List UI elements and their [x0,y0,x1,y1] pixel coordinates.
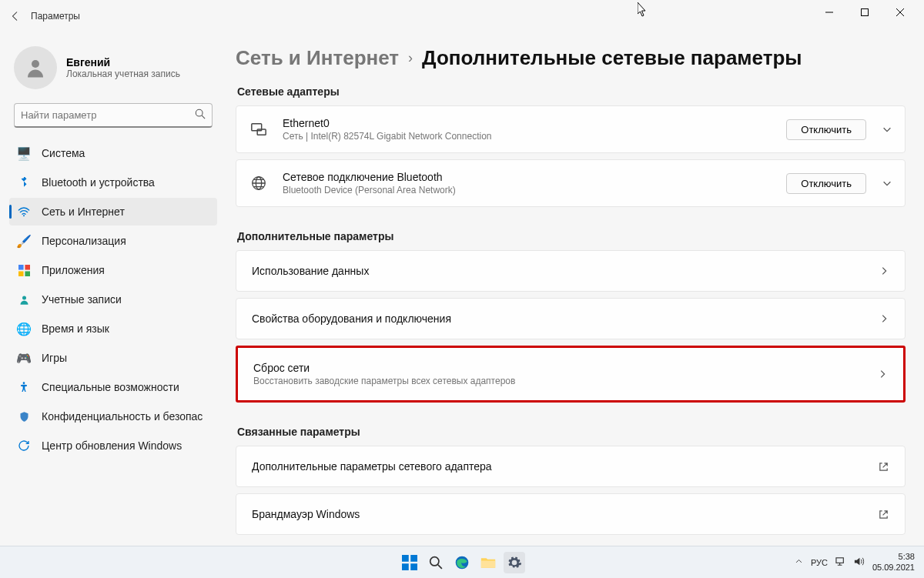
chevron-down-icon[interactable] [882,124,892,135]
link-network-reset[interactable]: Сброс сети Восстановить заводские параме… [236,346,906,403]
wifi-icon [17,205,31,219]
apps-icon [17,263,31,277]
sidebar-item-label: Учетные записи [42,293,122,306]
close-button[interactable] [882,0,918,25]
link-title: Брандмауэр Windows [252,508,862,520]
breadcrumb-parent[interactable]: Сеть и Интернет [236,46,399,70]
sidebar-item-network[interactable]: Сеть и Интернет [9,198,217,226]
chevron-down-icon[interactable] [882,178,892,189]
main-content: Сеть и Интернет › Дополнительные сетевые… [223,32,924,546]
breadcrumb: Сеть и Интернет › Дополнительные сетевые… [236,46,906,70]
sidebar-item-label: Сеть и Интернет [42,205,125,218]
adapter-title: Сетевое подключение Bluetooth [283,171,786,183]
svg-rect-21 [836,558,843,563]
maximize-button[interactable] [847,0,882,25]
section-adapters: Сетевые адаптеры [237,85,906,98]
tray-date: 05.09.2021 [872,563,915,573]
chevron-right-icon: › [408,50,413,66]
profile-sub: Локальная учетная запись [66,68,180,79]
person-icon [17,292,31,306]
start-button[interactable] [399,552,420,573]
shield-icon [17,409,31,423]
accessibility-icon [17,380,31,394]
sidebar-item-bluetooth[interactable]: Bluetooth и устройства [9,169,217,196]
tray-network-icon[interactable] [835,556,847,569]
search-icon [195,109,206,122]
bluetooth-icon [17,175,31,189]
external-link-icon [878,461,889,473]
svg-rect-17 [410,563,417,570]
link-title: Сброс сети [253,362,862,374]
tray-chevron-icon[interactable] [795,557,803,567]
titlebar: Параметры [0,0,924,32]
svg-point-9 [23,382,25,384]
sidebar-item-personalization[interactable]: 🖌️Персонализация [9,227,217,255]
taskbar: РУС 5:38 05.09.2021 [0,546,924,578]
svg-rect-4 [18,265,24,270]
profile-name: Евгений [66,56,180,68]
minimize-button[interactable] [812,0,847,25]
sidebar-item-label: Игры [42,352,67,364]
sidebar-item-system[interactable]: 🖥️Система [9,139,217,167]
taskbar-edge[interactable] [451,552,473,573]
sidebar-item-accounts[interactable]: Учетные записи [9,286,217,313]
link-hw-props[interactable]: Свойства оборудования и подключения [236,298,906,339]
chevron-right-icon [879,266,889,276]
ethernet-icon [249,119,269,139]
sidebar-item-accessibility[interactable]: Специальные возможности [9,373,217,401]
page-title: Дополнительные сетевые параметры [422,46,802,70]
sidebar-item-gaming[interactable]: 🎮Игры [9,344,217,372]
tray-volume-icon[interactable] [853,556,865,569]
sidebar-item-label: Система [42,147,85,159]
taskbar-search[interactable] [425,552,447,573]
sidebar-item-apps[interactable]: Приложения [9,256,217,284]
gamepad-icon: 🎮 [17,351,31,365]
avatar [14,46,57,89]
brush-icon: 🖌️ [17,234,31,248]
disable-button[interactable]: Отключить [786,173,866,194]
sidebar-item-label: Центр обновления Windows [42,439,182,452]
adapter-title: Ethernet0 [283,117,786,129]
tray-language[interactable]: РУС [811,558,828,567]
sidebar-item-label: Приложения [42,264,105,276]
link-firewall[interactable]: Брандмауэр Windows [236,493,906,535]
globe-icon [249,173,269,193]
svg-rect-20 [481,560,495,567]
search-input-wrap[interactable] [14,103,213,128]
sidebar-item-label: Персонализация [42,235,126,247]
adapter-sub: Bluetooth Device (Personal Area Network) [283,185,786,195]
adapter-ethernet[interactable]: Ethernet0 Сеть | Intel(R) 82574L Gigabit… [236,105,906,153]
profile-block[interactable]: Евгений Локальная учетная запись [9,40,217,102]
chevron-right-icon [877,369,888,379]
svg-point-8 [22,296,26,299]
section-additional: Дополнительные параметры [237,230,906,242]
taskbar-explorer[interactable] [477,552,499,573]
back-button[interactable] [6,7,25,25]
link-title: Свойства оборудования и подключения [252,312,863,325]
link-adapter-options[interactable]: Дополнительные параметры сетевого адапте… [236,446,906,487]
sidebar-item-label: Конфиденциальность и безопас [42,410,203,423]
svg-rect-6 [18,271,24,276]
link-data-usage[interactable]: Использование данных [236,250,906,292]
taskbar-settings[interactable] [504,552,525,573]
sidebar-item-label: Bluetooth и устройства [42,176,155,189]
globe-clock-icon: 🌐 [17,322,31,336]
disable-button[interactable]: Отключить [786,119,866,140]
chevron-right-icon [879,313,889,324]
adapter-sub: Сеть | Intel(R) 82574L Gigabit Network C… [283,131,786,142]
display-icon: 🖥️ [17,146,31,160]
link-sub: Восстановить заводские параметры всех се… [253,376,862,386]
sidebar: Евгений Локальная учетная запись 🖥️Систе… [0,32,223,546]
link-title: Дополнительные параметры сетевого адапте… [252,460,862,473]
tray-time: 5:38 [872,552,915,562]
external-link-icon [878,509,889,520]
svg-rect-5 [25,265,30,270]
sidebar-item-privacy[interactable]: Конфиденциальность и безопас [9,403,217,430]
tray-clock[interactable]: 5:38 05.09.2021 [872,552,915,572]
svg-point-2 [196,109,203,116]
adapter-bluetooth[interactable]: Сетевое подключение Bluetooth Bluetooth … [236,159,906,207]
sidebar-item-timelang[interactable]: 🌐Время и язык [9,315,217,342]
search-input[interactable] [21,109,195,121]
section-related: Связанные параметры [237,426,906,438]
sidebar-item-update[interactable]: Центр обновления Windows [9,432,217,459]
